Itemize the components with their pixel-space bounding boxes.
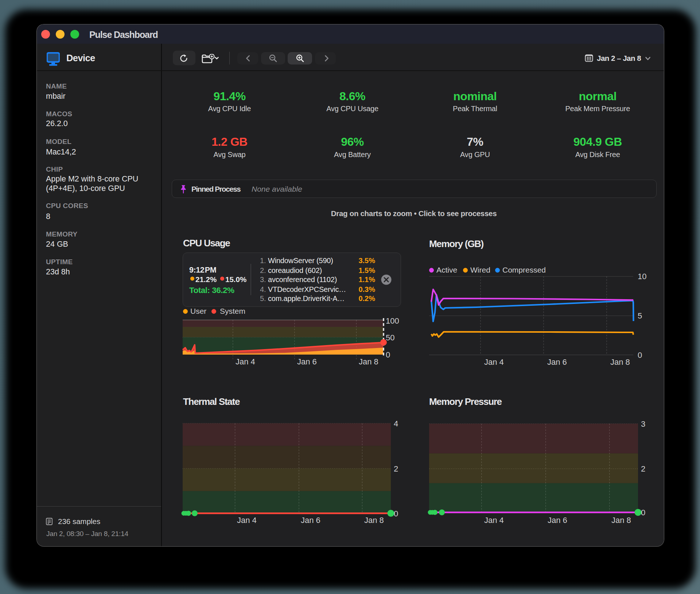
svg-text:2: 2	[394, 464, 398, 473]
svg-text:50: 50	[386, 333, 394, 342]
svg-text:Jan 4: Jan 4	[484, 357, 504, 367]
svg-text:0: 0	[394, 509, 398, 518]
svg-text:Jan 4: Jan 4	[236, 357, 255, 366]
svg-text:0: 0	[641, 508, 645, 517]
svg-text:0: 0	[638, 351, 642, 360]
svg-text:Jan 6: Jan 6	[301, 516, 320, 525]
svg-text:2: 2	[641, 464, 645, 473]
svg-text:10: 10	[638, 274, 646, 281]
svg-text:0: 0	[386, 350, 390, 359]
svg-text:Jan 4: Jan 4	[237, 516, 257, 525]
svg-text:4: 4	[394, 419, 398, 428]
svg-text:5: 5	[638, 311, 642, 320]
svg-text:Jan 6: Jan 6	[548, 516, 567, 525]
svg-text:Jan 6: Jan 6	[547, 357, 567, 367]
svg-text:Jan 8: Jan 8	[610, 357, 630, 367]
svg-text:Jan 8: Jan 8	[359, 357, 378, 366]
svg-text:Jan 8: Jan 8	[364, 516, 384, 525]
svg-text:Jan 8: Jan 8	[611, 516, 631, 525]
svg-text:100: 100	[386, 317, 399, 325]
svg-text:3: 3	[641, 419, 645, 429]
svg-text:Jan 4: Jan 4	[484, 516, 504, 525]
svg-text:Jan 6: Jan 6	[297, 357, 317, 366]
